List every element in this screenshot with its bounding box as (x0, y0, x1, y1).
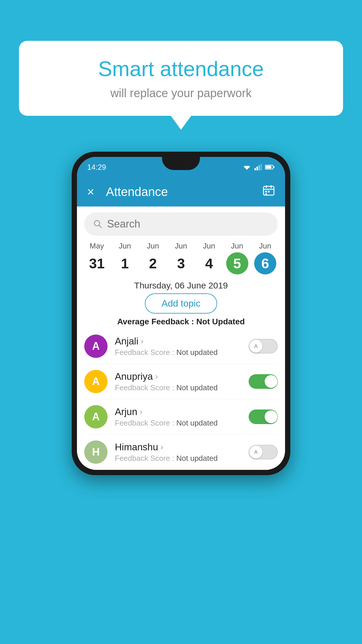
feedback-value-3: Not updated (176, 454, 218, 463)
avatar-2: A (84, 405, 108, 428)
svg-rect-5 (261, 164, 262, 170)
student-info-0: Anjali ›Feedback Score : Not updated (115, 336, 241, 357)
svg-rect-7 (266, 166, 271, 169)
date-num-4: 4 (198, 252, 220, 274)
battery-icon (265, 164, 275, 170)
speech-bubble-heading: Smart attendance (36, 57, 326, 81)
toggle-wrap-2[interactable]: P (249, 410, 278, 424)
feedback-score-0: Feedback Score : Not updated (115, 348, 241, 357)
student-info-1: Anupriya ›Feedback Score : Not updated (115, 371, 241, 392)
speech-bubble-subtext: will replace your paperwork (36, 87, 326, 100)
date-num-3: 3 (170, 252, 192, 274)
date-month-1: Jun (111, 242, 139, 251)
svg-rect-8 (273, 166, 275, 168)
toggle-3[interactable]: A (249, 445, 278, 459)
feedback-value-0: Not updated (176, 348, 218, 357)
date-cell-2[interactable]: Jun2 (139, 242, 167, 276)
date-cell-1[interactable]: Jun1 (111, 242, 139, 276)
chevron-icon-1: › (155, 372, 158, 381)
date-month-2: Jun (139, 242, 167, 251)
toggle-knob-3: A (249, 446, 262, 459)
date-month-6: Jun (251, 242, 279, 251)
toggle-1[interactable]: P (249, 374, 278, 389)
date-num-1: 1 (114, 252, 136, 274)
feedback-score-1: Feedback Score : Not updated (115, 383, 241, 392)
date-month-3: Jun (167, 242, 195, 251)
toggle-wrap-3[interactable]: A (249, 445, 278, 459)
status-icons (242, 164, 275, 170)
student-name-1: Anupriya › (115, 371, 241, 382)
chevron-icon-2: › (140, 407, 142, 416)
date-month-4: Jun (195, 242, 223, 251)
student-name-0: Anjali › (115, 336, 241, 347)
svg-rect-13 (265, 191, 267, 192)
selected-date-label: Thursday, 06 June 2019 (77, 281, 285, 290)
svg-rect-14 (268, 191, 270, 192)
phone-container: 14:29 (72, 152, 290, 475)
student-row-0[interactable]: AAnjali ›Feedback Score : Not updatedA (84, 329, 278, 364)
date-cell-4[interactable]: Jun4 (195, 242, 223, 276)
chevron-icon-0: › (141, 337, 143, 346)
speech-bubble: Smart attendance will replace your paper… (19, 41, 343, 116)
svg-rect-15 (265, 193, 267, 195)
avatar-1: A (84, 370, 108, 393)
search-input[interactable] (107, 218, 269, 230)
feedback-value-1: Not updated (176, 383, 218, 392)
search-bar[interactable] (84, 212, 278, 236)
date-cell-0[interactable]: May31 (83, 242, 111, 276)
avatar-0: A (84, 335, 108, 358)
calendar-button[interactable] (263, 184, 275, 200)
student-list: AAnjali ›Feedback Score : Not updatedAAA… (77, 329, 285, 470)
student-row-3[interactable]: HHimanshu ›Feedback Score : Not updatedA (84, 435, 278, 470)
date-row: May31Jun1Jun2Jun3Jun4Jun5Jun6 (77, 242, 285, 276)
svg-rect-4 (259, 165, 260, 170)
avg-feedback-value: Not Updated (196, 317, 245, 326)
calendar-icon (263, 184, 275, 197)
speech-bubble-container: Smart attendance will replace your paper… (19, 41, 343, 116)
phone-inner: 14:29 (77, 157, 285, 470)
signal-icon (254, 164, 262, 170)
date-num-0: 31 (86, 252, 108, 274)
status-time: 14:29 (87, 163, 106, 172)
feedback-value-2: Not updated (176, 419, 218, 427)
student-name-3: Himanshu › (115, 442, 241, 453)
app-bar: × Attendance (77, 177, 285, 206)
student-info-2: Arjun ›Feedback Score : Not updated (115, 406, 241, 428)
toggle-knob-0: A (249, 340, 262, 353)
student-info-3: Himanshu ›Feedback Score : Not updated (115, 442, 241, 463)
date-cell-5[interactable]: Jun5 (223, 242, 251, 276)
wifi-icon (242, 164, 252, 170)
feedback-score-2: Feedback Score : Not updated (115, 419, 241, 428)
chevron-icon-3: › (161, 442, 163, 452)
date-num-2: 2 (142, 252, 164, 274)
svg-rect-3 (256, 167, 258, 170)
toggle-2[interactable]: P (249, 410, 278, 424)
student-row-2[interactable]: AArjun ›Feedback Score : Not updatedP (84, 399, 278, 435)
add-topic-button[interactable]: Add topic (145, 293, 217, 314)
student-row-1[interactable]: AAnupriya ›Feedback Score : Not updatedP (84, 364, 278, 399)
average-feedback: Average Feedback : Not Updated (77, 317, 285, 326)
phone-outer: 14:29 (72, 152, 290, 475)
date-month-0: May (83, 242, 111, 251)
search-icon (93, 219, 103, 229)
date-num-5: 5 (226, 252, 248, 274)
toggle-wrap-0[interactable]: A (249, 339, 278, 354)
close-button[interactable]: × (87, 185, 94, 199)
date-month-5: Jun (223, 242, 251, 251)
avatar-3: H (84, 440, 108, 464)
toggle-knob-2: P (265, 410, 277, 423)
feedback-score-3: Feedback Score : Not updated (115, 454, 241, 463)
avg-feedback-prefix: Average Feedback : (117, 317, 196, 326)
notch (162, 157, 200, 170)
date-cell-3[interactable]: Jun3 (167, 242, 195, 276)
svg-line-17 (99, 225, 101, 228)
toggle-0[interactable]: A (249, 339, 278, 354)
toggle-wrap-1[interactable]: P (249, 374, 278, 389)
svg-rect-2 (254, 168, 256, 170)
date-cell-6[interactable]: Jun6 (251, 242, 279, 276)
status-bar: 14:29 (77, 157, 285, 177)
student-name-2: Arjun › (115, 406, 241, 417)
toggle-knob-1: P (265, 375, 277, 388)
app-bar-title: Attendance (106, 185, 251, 199)
date-num-6: 6 (254, 252, 276, 274)
